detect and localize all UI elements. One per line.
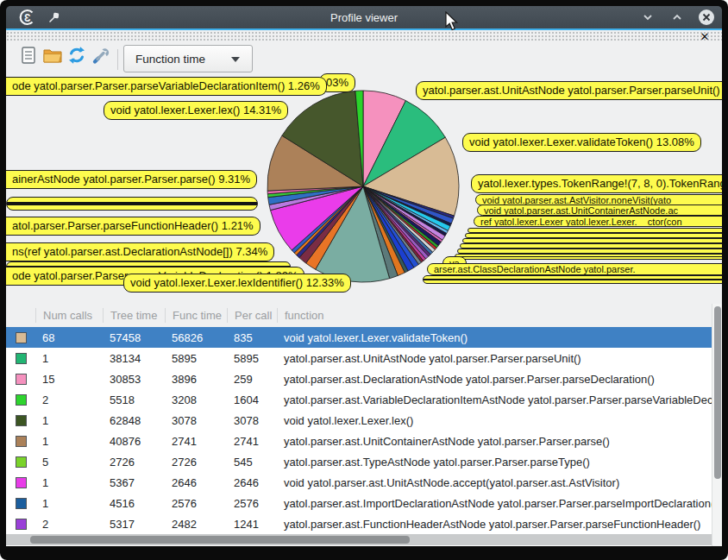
pie-label: ns(ref yatol.parser.ast.DeclarationAstNo… — [6, 242, 274, 261]
color-swatch — [16, 415, 27, 426]
table-row[interactable]: 1451625762576yatol.parser.ast.ImportDecl… — [6, 493, 712, 513]
table-row[interactable]: 2531724821241yatol.parser.ast.FunctionHe… — [6, 513, 712, 534]
toolbar-separator — [117, 49, 118, 70]
table-cell: 2482 — [165, 518, 227, 531]
dock-close-icon[interactable]: ✕ — [697, 30, 712, 44]
title-bar[interactable]: Ɛ Profile viewer — [6, 6, 722, 28]
column-header[interactable]: Tree time — [103, 308, 165, 323]
table-row[interactable]: 2551832081604yatol.parser.ast.VariableDe… — [6, 389, 712, 410]
column-header[interactable]: Func time — [165, 308, 227, 323]
table-cell: 3078 — [165, 414, 227, 427]
color-swatch — [16, 436, 27, 447]
table-cell: 30853 — [103, 373, 165, 386]
color-swatch — [16, 456, 27, 468]
pie-label: yatol.parser.ast.UnitAstNode yatol.parse… — [416, 81, 722, 100]
table-cell: 545 — [227, 456, 277, 469]
color-swatch — [16, 374, 27, 385]
table-cell: void yatol.parser.ast.UnitAstNode.accept… — [277, 476, 712, 489]
pie-label — [455, 254, 722, 260]
column-header[interactable]: Num calls — [35, 308, 103, 323]
table-row[interactable]: 15308533896259yatol.parser.ast.Declarati… — [6, 368, 712, 389]
maximize-button[interactable] — [668, 9, 686, 26]
settings-button[interactable] — [90, 44, 112, 66]
wrench-icon — [91, 45, 111, 66]
table-cell: 2576 — [227, 497, 277, 510]
minimize-button[interactable] — [639, 9, 656, 26]
table-cell: 56826 — [165, 331, 227, 344]
table-cell: 62848 — [103, 414, 165, 427]
dock-drag-handle[interactable] — [6, 31, 722, 41]
table-cell: 1 — [35, 352, 103, 365]
table-row[interactable]: 527262726545yatol.parser.ast.TypeAstNode… — [6, 451, 712, 472]
table-cell: 259 — [227, 373, 277, 386]
profile-viewer-window: Ɛ Profile viewer — [0, 0, 728, 560]
table-cell: 5518 — [103, 393, 165, 406]
table-row[interactable]: 13813458955895yatol.parser.ast.UnitAstNo… — [6, 348, 712, 368]
pie-label: ainerAstNode yatol.parser.Parser.parse()… — [6, 170, 257, 189]
table-body: 685745856826835void yatol.lexer.Lexer.va… — [6, 327, 712, 534]
table-cell: 1241 — [227, 518, 277, 531]
table-cell: 1 — [35, 476, 103, 489]
close-button[interactable] — [698, 9, 715, 26]
column-header[interactable] — [6, 308, 35, 323]
table-cell: 5367 — [103, 476, 165, 489]
table-cell: 2726 — [165, 456, 227, 469]
refresh-icon — [66, 45, 87, 66]
table-cell: 57458 — [103, 331, 165, 344]
vertical-scrollbar[interactable] — [712, 304, 722, 546]
table-cell: 5895 — [165, 352, 227, 365]
table-cell: 1 — [35, 497, 103, 510]
pie-label: void yatol.lexer.Lexer.lexIdentifier() 1… — [123, 274, 351, 293]
table-row[interactable]: 14087627412741yatol.parser.ast.UnitConta… — [6, 431, 712, 451]
table-cell: void yatol.lexer.Lexer.lex() — [277, 414, 712, 427]
table-row[interactable]: 685745856826835void yatol.lexer.Lexer.va… — [6, 327, 712, 348]
app-icon[interactable]: Ɛ — [18, 9, 35, 26]
table-header-row: Num callsTree timeFunc timePer callfunct… — [6, 304, 712, 327]
pie-label: ode yatol.parser.Parser.parseVariableDec… — [6, 77, 327, 96]
table-cell: yatol.parser.ast.VariableDeclarationItem… — [277, 393, 712, 406]
table-cell: 2726 — [103, 456, 165, 469]
pie-label: void yatol.parser.ast.AstVisitor.noneVis… — [475, 194, 722, 205]
report-button[interactable] — [17, 44, 40, 66]
open-button[interactable] — [41, 44, 64, 66]
open-folder-icon — [42, 46, 63, 65]
table-cell: yatol.parser.ast.UnitAstNode yatol.parse… — [277, 352, 712, 365]
view-mode-value: Function time — [135, 53, 205, 66]
horizontal-scrollbar[interactable] — [6, 534, 712, 545]
pie-label: ref yatol.lexer.Lexer yatol.lexer.Lexer.… — [474, 216, 722, 227]
mouse-cursor — [445, 11, 459, 35]
table-cell: 3208 — [165, 393, 227, 406]
table-cell: 2 — [35, 393, 103, 406]
column-header[interactable]: function — [277, 308, 712, 323]
horizontal-scrollbar-thumb[interactable] — [30, 536, 410, 544]
table-cell: 1604 — [227, 393, 277, 406]
table-cell: 5895 — [227, 352, 277, 365]
color-swatch — [16, 498, 27, 509]
table-cell: 40876 — [103, 435, 165, 448]
pie-label: arser.ast.ClassDeclarationAstNode yatol.… — [427, 263, 722, 275]
table-cell: 2741 — [227, 435, 277, 448]
color-swatch — [16, 394, 27, 406]
table-cell: 38134 — [103, 352, 165, 365]
table-row[interactable]: 1536726462646void yatol.parser.ast.UnitA… — [6, 472, 712, 493]
table-cell: 1 — [35, 435, 103, 448]
dock-content: ✕ — [6, 30, 722, 546]
view-mode-combobox[interactable]: Function time — [123, 45, 253, 72]
table-cell: void yatol.lexer.Lexer.validateToken() — [277, 331, 712, 344]
color-swatch — [16, 353, 27, 364]
table-cell: yatol.parser.ast.UnitContainerAstNode ya… — [277, 435, 712, 448]
column-header[interactable]: Per call — [227, 308, 277, 323]
results-table: Num callsTree timeFunc timePer callfunct… — [6, 304, 712, 546]
pin-icon[interactable] — [46, 9, 63, 26]
refresh-button[interactable] — [66, 44, 88, 66]
table-cell: 4516 — [103, 497, 165, 510]
table-cell: 2741 — [165, 435, 227, 448]
vertical-scrollbar-thumb[interactable] — [714, 306, 721, 479]
pie-label: void yatol.lexer.Lexer.lex() 14.31% — [104, 101, 288, 120]
pie-label — [6, 197, 258, 211]
table-cell: 835 — [227, 331, 277, 344]
table-cell: 2576 — [165, 497, 227, 510]
table-row[interactable]: 16284830783078void yatol.lexer.Lexer.lex… — [6, 410, 712, 431]
pie-label — [423, 275, 722, 284]
pie-label: void yatol.parser.ast.UnitContainerAstNo… — [477, 204, 722, 216]
